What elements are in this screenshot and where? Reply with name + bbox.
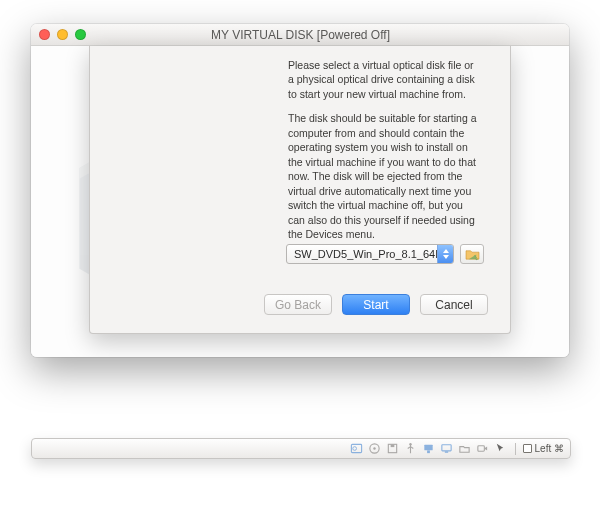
go-back-button: Go Back — [264, 294, 332, 315]
start-button[interactable]: Start — [342, 294, 410, 315]
svg-rect-21 — [444, 451, 447, 452]
optical-disk-icon[interactable] — [367, 441, 382, 456]
svg-rect-20 — [441, 445, 450, 451]
network-icon[interactable] — [421, 441, 436, 456]
status-icons-group — [349, 441, 508, 456]
dropdown-arrows-icon — [437, 245, 453, 263]
hard-disk-icon[interactable] — [349, 441, 364, 456]
titlebar: MY VIRTUAL DISK [Powered Off] — [31, 24, 569, 46]
svg-point-14 — [373, 447, 375, 449]
browse-disk-button[interactable] — [460, 244, 484, 264]
instruction-para-2: The disk should be suitable for starting… — [288, 111, 482, 241]
floppy-icon[interactable] — [385, 441, 400, 456]
window-body: ORACLE Please select a virtual optical d… — [31, 46, 569, 357]
svg-rect-16 — [390, 444, 394, 447]
svg-rect-19 — [427, 450, 430, 453]
instruction-text: Please select a virtual optical disk fil… — [90, 46, 510, 262]
disk-dropdown-label: SW_DVD5_Win_Pro_8.1_64BIT_En — [294, 248, 437, 260]
main-window: MY VIRTUAL DISK [Powered Off] ORACLE Ple… — [31, 24, 569, 357]
disk-select-row: SW_DVD5_Win_Pro_8.1_64BIT_En — [286, 244, 484, 264]
video-capture-icon[interactable] — [475, 441, 490, 456]
vm-status-bar: Left ⌘ — [31, 438, 571, 459]
svg-rect-22 — [477, 446, 484, 452]
svg-marker-10 — [443, 255, 449, 259]
svg-point-17 — [409, 443, 411, 445]
window-title: MY VIRTUAL DISK [Powered Off] — [40, 28, 561, 42]
usb-icon[interactable] — [403, 441, 418, 456]
instruction-para-1: Please select a virtual optical disk fil… — [288, 58, 482, 101]
host-key-indicator[interactable]: Left ⌘ — [523, 443, 564, 454]
startup-disk-sheet: Please select a virtual optical disk fil… — [89, 46, 511, 334]
cancel-button[interactable]: Cancel — [420, 294, 488, 315]
host-key-label: Left ⌘ — [535, 443, 564, 454]
disk-dropdown[interactable]: SW_DVD5_Win_Pro_8.1_64BIT_En — [286, 244, 454, 264]
svg-marker-9 — [443, 249, 449, 253]
display-icon[interactable] — [439, 441, 454, 456]
mouse-integration-icon[interactable] — [493, 441, 508, 456]
svg-rect-18 — [424, 445, 432, 451]
svg-point-12 — [352, 447, 356, 451]
status-separator — [515, 443, 516, 455]
shared-folder-icon[interactable] — [457, 441, 472, 456]
button-row: Go Back Start Cancel — [264, 294, 488, 315]
host-key-led-icon — [523, 444, 532, 453]
